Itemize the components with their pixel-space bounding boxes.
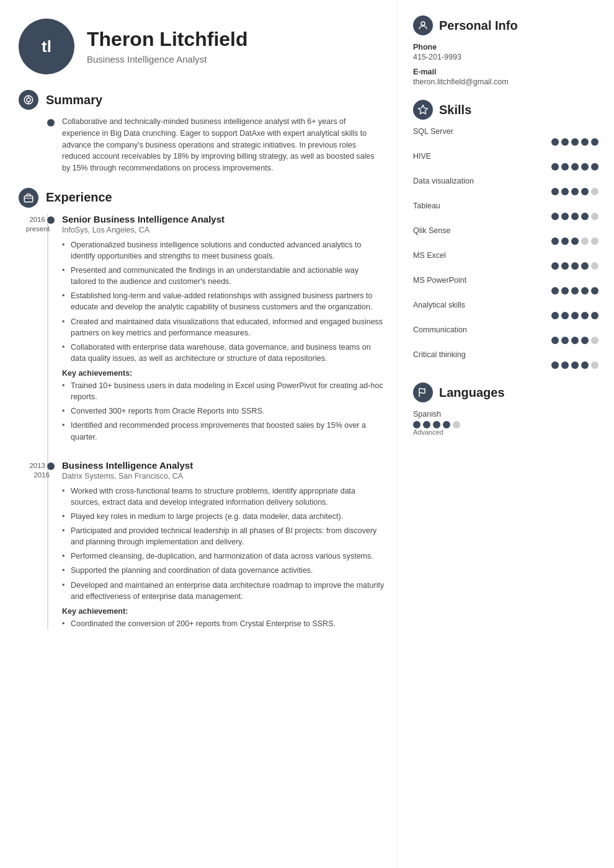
list-item: Supported the planning and coordination … xyxy=(62,565,385,576)
dot-filled xyxy=(581,163,589,170)
summary-icon xyxy=(19,90,38,110)
languages-title: Languages xyxy=(439,386,505,400)
skill-dots xyxy=(413,237,598,245)
dot-filled xyxy=(581,287,589,294)
dot-filled xyxy=(551,138,559,146)
personal-info-icon xyxy=(413,16,433,35)
dot-filled xyxy=(413,421,420,428)
personal-info-header: Personal Info xyxy=(413,16,598,35)
languages-section: Languages SpanishAdvanced xyxy=(413,383,598,436)
dot-filled xyxy=(551,262,559,270)
skill-item: Analytical skills xyxy=(413,301,598,319)
experience-header: Experience xyxy=(19,188,385,208)
list-item: Played key roles in medium to large proj… xyxy=(62,511,385,522)
dot-filled xyxy=(571,262,579,270)
dot-filled xyxy=(561,287,569,294)
header-text: Theron Litchfield Business Intelligence … xyxy=(87,29,248,64)
skills-header: Skills xyxy=(413,100,598,120)
list-item: Established long-term and value-added re… xyxy=(62,290,385,312)
skill-dots xyxy=(413,287,598,294)
job-company: Datrix Systems, San Francisco, CA xyxy=(62,472,385,480)
skills-icon xyxy=(413,100,433,120)
left-column: tl Theron Litchfield Business Intelligen… xyxy=(0,0,397,868)
summary-title: Summary xyxy=(46,93,102,107)
achievements-list: Trained 10+ business users in data model… xyxy=(62,380,385,443)
job-company: InfoSys, Los Angeles, CA xyxy=(62,226,385,234)
skill-name: Tableau xyxy=(413,202,598,210)
candidate-title: Business Intelligence Analyst xyxy=(87,54,248,64)
list-item: Worked with cross-functional teams to st… xyxy=(62,485,385,508)
dot-empty xyxy=(591,188,598,195)
skill-name: Critical thinking xyxy=(413,350,598,359)
dot-filled xyxy=(571,213,579,220)
skill-item: Critical thinking xyxy=(413,350,598,369)
dot-filled xyxy=(561,163,569,170)
dot-empty xyxy=(591,337,598,344)
skill-item: Communication xyxy=(413,326,598,344)
dot-filled xyxy=(551,163,559,170)
experience-icon xyxy=(19,188,38,208)
achievements-list: Coordinated the conversion of 200+ repor… xyxy=(62,618,385,629)
skills-title: Skills xyxy=(439,103,471,117)
skill-dots xyxy=(413,337,598,344)
right-column: Personal Info Phone 415-201-9993 E-mail … xyxy=(397,0,614,868)
summary-text: Collaborative and technically-minded bus… xyxy=(62,116,385,174)
dot-filled xyxy=(551,312,559,319)
dot-filled xyxy=(561,188,569,195)
job-date: 2016 - present xyxy=(19,215,50,234)
timeline: 2016 - presentSenior Business Intelligen… xyxy=(19,214,385,629)
dot-filled xyxy=(561,361,569,369)
experience-title: Experience xyxy=(46,190,112,205)
dot-filled xyxy=(581,188,589,195)
skill-dots xyxy=(413,213,598,220)
languages-list: SpanishAdvanced xyxy=(413,410,598,436)
personal-info-title: Personal Info xyxy=(439,19,518,33)
list-item: Converted 300+ reports from Oracle Repor… xyxy=(62,405,385,417)
summary-section: Summary Collaborative and technically-mi… xyxy=(19,90,385,174)
dot-empty xyxy=(453,421,460,428)
list-item: Coordinated the conversion of 200+ repor… xyxy=(62,618,385,629)
skill-dots xyxy=(413,188,598,195)
dot-filled xyxy=(591,138,598,146)
dot-filled xyxy=(591,163,598,170)
dot-filled xyxy=(571,163,579,170)
job-date: 2013 - 2016 xyxy=(19,461,50,480)
dot-filled xyxy=(561,337,569,344)
skill-item: Tableau xyxy=(413,202,598,220)
skill-dots xyxy=(413,262,598,270)
dot-filled xyxy=(591,287,598,294)
dot-filled xyxy=(571,361,579,369)
skill-dots xyxy=(413,138,598,146)
skill-item: MS PowerPoint xyxy=(413,276,598,294)
list-item: Participated and provided technical lead… xyxy=(62,525,385,547)
list-item: Performed cleansing, de-duplication, and… xyxy=(62,551,385,562)
star-icon xyxy=(417,104,429,115)
dot-filled xyxy=(561,262,569,270)
summary-dot xyxy=(47,119,55,126)
dot-filled xyxy=(571,312,579,319)
language-dots xyxy=(413,421,460,428)
email-field: E-mail theron.litchfield@gmail.com xyxy=(413,68,598,86)
dot-filled xyxy=(571,237,579,245)
skill-name: MS PowerPoint xyxy=(413,276,598,285)
skill-dots xyxy=(413,312,598,319)
list-item: Collaborated with enterprise data wareho… xyxy=(62,342,385,364)
skill-name: Data visualization xyxy=(413,177,598,185)
skill-name: Communication xyxy=(413,326,598,334)
phone-value: 415-201-9993 xyxy=(413,53,598,61)
dot-filled xyxy=(443,421,450,428)
dot-filled xyxy=(581,213,589,220)
dot-filled xyxy=(433,421,440,428)
header-section: tl Theron Litchfield Business Intelligen… xyxy=(19,19,385,74)
email-label: E-mail xyxy=(413,68,598,76)
skill-dots xyxy=(413,163,598,170)
list-item: Identified and recommended process impro… xyxy=(62,420,385,442)
dot-filled xyxy=(551,237,559,245)
svg-point-1 xyxy=(27,98,30,102)
dot-filled xyxy=(571,188,579,195)
dot-filled xyxy=(551,361,559,369)
target-icon xyxy=(23,94,34,105)
dot-empty xyxy=(591,361,598,369)
person-icon xyxy=(417,20,429,31)
flag-icon xyxy=(417,387,429,398)
